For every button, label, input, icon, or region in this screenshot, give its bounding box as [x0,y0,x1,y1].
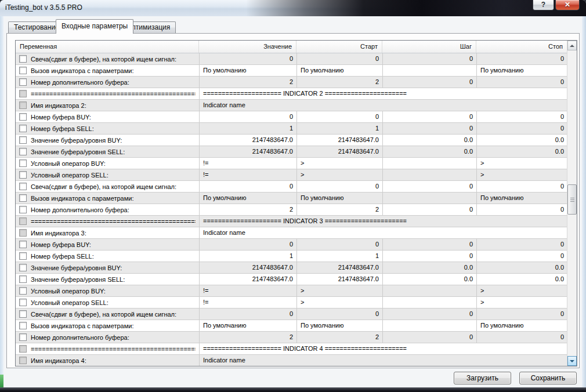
stop-cell[interactable]: 0 [476,239,567,250]
stop-cell[interactable]: По умолчанию [476,320,567,331]
step-cell[interactable] [382,65,476,76]
value-cell[interactable]: 2147483647.0 [199,262,296,273]
stop-cell[interactable]: 0 [476,181,567,192]
value-cell[interactable]: != [199,158,296,169]
row-checkbox[interactable] [19,136,27,144]
row-checkbox[interactable] [19,275,27,283]
step-cell[interactable]: 0 [382,332,476,343]
row-checkbox[interactable] [19,287,27,295]
value-cell[interactable]: 1 [199,251,296,262]
step-cell[interactable] [382,193,476,204]
value-cell[interactable]: ===================== INDICATOR 4 ======… [199,343,567,354]
row-checkbox[interactable] [19,55,27,63]
value-cell[interactable]: 2 [199,332,296,343]
start-cell[interactable]: 2147483647.0 [296,135,382,146]
stop-cell[interactable]: 0 [476,123,567,134]
row-checkbox[interactable] [19,78,27,86]
row-checkbox[interactable] [19,159,27,167]
stop-cell[interactable]: 0 [476,204,567,215]
scrollbar-thumb[interactable] [567,184,577,215]
start-cell[interactable]: По умолчанию [296,320,382,331]
step-cell[interactable]: 0.0 [382,146,476,157]
start-cell[interactable]: 2147483647.0 [296,146,382,157]
start-cell[interactable]: 0 [296,308,382,320]
stop-cell[interactable]: По умолчанию [476,193,567,204]
stop-cell[interactable]: 0 [476,251,567,262]
row-checkbox[interactable] [19,206,27,213]
stop-cell[interactable]: 0 [476,308,567,320]
start-cell[interactable]: 0 [296,53,382,64]
stop-cell[interactable]: 0.0 [476,274,567,285]
value-cell[interactable]: 0 [199,53,296,64]
row-checkbox[interactable] [19,113,27,121]
scroll-up-button[interactable] [567,41,577,50]
row-checkbox[interactable] [19,183,27,190]
stop-cell[interactable]: > [476,285,567,296]
value-cell[interactable]: 0 [199,239,296,250]
step-cell[interactable]: 0 [382,77,476,88]
stop-cell[interactable]: > [476,297,567,308]
stop-cell[interactable]: 0 [476,77,567,88]
stop-cell[interactable]: По умолчанию [476,65,567,76]
load-button[interactable]: Загрузить [454,372,511,384]
step-cell[interactable]: 0 [382,111,476,122]
vertical-scrollbar[interactable] [567,41,577,366]
value-cell[interactable]: ===================== INDICATOR 3 ======… [199,216,567,227]
row-checkbox[interactable] [19,310,27,318]
help-button[interactable]: ? [533,0,554,10]
value-cell[interactable]: Indicator name [199,355,567,366]
stop-cell[interactable]: 0.0 [476,262,567,273]
start-cell[interactable]: 2147483647.0 [296,262,382,273]
start-cell[interactable]: 1 [296,251,382,262]
value-cell[interactable]: По умолчанию [199,65,296,76]
value-cell[interactable]: 0 [199,111,296,122]
step-cell[interactable]: 0 [382,251,476,262]
stop-cell[interactable]: > [476,158,567,169]
step-cell[interactable]: 0 [382,308,476,320]
start-cell[interactable]: 2 [296,204,382,215]
scroll-down-button[interactable] [567,356,577,366]
stop-cell[interactable]: 0 [476,332,567,343]
start-cell[interactable]: 2 [296,332,382,343]
step-cell[interactable]: 0.0 [382,262,476,273]
row-checkbox[interactable] [19,194,27,202]
start-cell[interactable]: 0 [296,111,382,122]
save-button[interactable]: Сохранить [519,372,577,384]
row-checkbox[interactable] [19,171,27,179]
step-cell[interactable]: 0 [382,239,476,250]
value-cell[interactable]: != [199,297,296,308]
step-cell[interactable]: 0 [382,123,476,134]
value-cell[interactable]: ===================== INDICATOR 2 ======… [199,88,567,99]
value-cell[interactable]: != [199,285,296,296]
start-cell[interactable]: > [296,297,382,308]
step-cell[interactable] [382,320,476,331]
start-cell[interactable]: > [296,158,382,169]
start-cell[interactable]: > [296,285,382,296]
start-cell[interactable]: 1 [296,123,382,134]
row-checkbox[interactable] [19,67,27,74]
start-cell[interactable]: 2147483647.0 [296,274,382,285]
stop-cell[interactable]: 0 [476,53,567,64]
value-cell[interactable]: 2 [199,77,296,88]
close-button[interactable]: ✕ [555,0,580,10]
value-cell[interactable]: Indicator name [199,227,567,238]
row-checkbox[interactable] [19,322,27,329]
start-cell[interactable]: 0 [296,239,382,250]
row-checkbox[interactable] [19,125,27,132]
value-cell[interactable]: 0 [199,181,296,192]
row-checkbox[interactable] [19,148,27,155]
row-checkbox[interactable] [19,333,27,341]
start-cell[interactable]: По умолчанию [296,65,382,76]
step-cell[interactable] [382,297,476,308]
start-cell[interactable]: По умолчанию [296,193,382,204]
stop-cell[interactable]: 0.0 [476,146,567,157]
value-cell[interactable]: 2147483647.0 [199,274,296,285]
value-cell[interactable]: != [199,169,296,180]
step-cell[interactable] [382,158,476,169]
start-cell[interactable]: 0 [296,181,382,192]
step-cell[interactable]: 0.0 [382,274,476,285]
start-cell[interactable]: > [296,169,382,180]
step-cell[interactable]: 0.0 [382,135,476,146]
step-cell[interactable] [382,169,476,180]
stop-cell[interactable]: > [476,169,567,180]
